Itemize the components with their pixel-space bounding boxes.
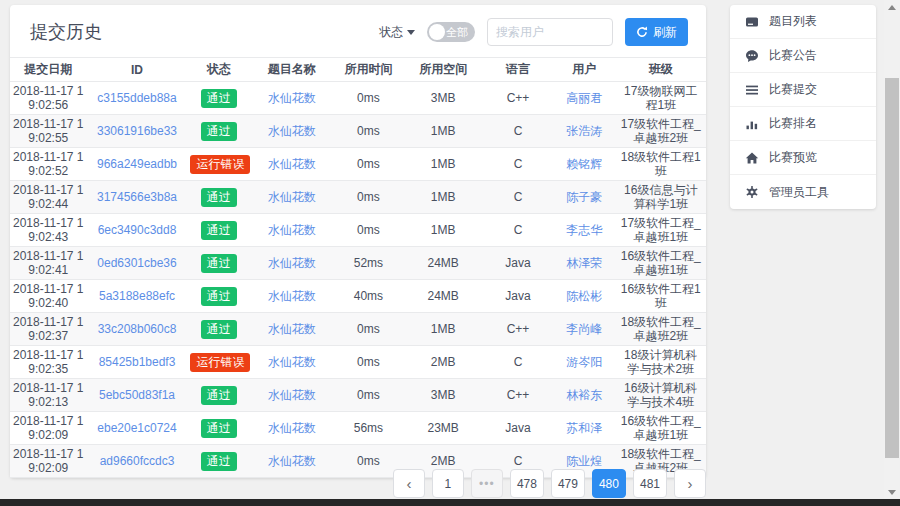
cell-submission-id[interactable]: c3155ddeb88a [87,82,188,115]
sidebar-item-ranking[interactable]: 比赛排名 [730,107,876,141]
cell-time: 0ms [334,346,404,379]
cell-problem-link[interactable]: 水仙花数 [250,115,334,148]
cell-problem-link[interactable]: 水仙花数 [250,280,334,313]
cell-problem-link[interactable]: 水仙花数 [250,247,334,280]
page-button-1[interactable]: 1 [432,469,464,498]
search-user-input[interactable] [487,18,613,46]
table-row: 2018-11-17 19:02:35 85425b1bedf3 运行错误 水仙… [10,346,706,379]
triangle-down-icon [888,490,896,495]
cell-date: 2018-11-17 19:02:44 [10,181,87,214]
cell-submission-id[interactable]: 966a249eadbb [87,148,188,181]
cell-user-link[interactable]: 游岑阳 [553,346,616,379]
cell-language: C++ [483,82,553,115]
cell-user-link[interactable]: 陈松彬 [553,280,616,313]
table-row: 2018-11-17 19:02:44 3174566e3b8a 通过 水仙花数… [10,181,706,214]
cell-date: 2018-11-17 19:02:37 [10,313,87,346]
cell-submission-id[interactable]: 6ec3490c3dd8 [87,214,188,247]
submission-table: 提交日期 ID 状态 题目名称 所用时间 所用空间 语言 用户 班级 2018-… [10,57,706,478]
cell-problem-link[interactable]: 水仙花数 [250,346,334,379]
col-header-lang: 语言 [483,58,553,82]
cell-time: 0ms [334,214,404,247]
table-header-row: 提交日期 ID 状态 题目名称 所用时间 所用空间 语言 用户 班级 [10,58,706,82]
sidebar-item-admin-tools[interactable]: 管理员工具 [730,175,876,209]
cell-problem-link[interactable]: 水仙花数 [250,214,334,247]
prev-page-button[interactable]: ‹ [393,469,425,498]
status-badge: 通过 [201,188,237,207]
table-row: 2018-11-17 19:02:13 5ebc50d83f1a 通过 水仙花数… [10,379,706,412]
cell-language: Java [483,247,553,280]
cell-user-link[interactable]: 高丽君 [553,82,616,115]
cell-language: C [483,115,553,148]
cell-language: C [483,214,553,247]
toggle-knob [429,24,445,40]
all-toggle[interactable]: 全部 [427,22,475,42]
table-row: 2018-11-17 19:02:55 33061916be33 通过 水仙花数… [10,115,706,148]
cell-user-link[interactable]: 林泽荣 [553,247,616,280]
page-button-481[interactable]: 481 [633,469,667,498]
next-page-button[interactable]: › [674,469,706,498]
cell-language: Java [483,280,553,313]
refresh-icon [636,26,648,38]
cell-class: 18级计算机科学与技术2班 [615,346,706,379]
cell-user-link[interactable]: 林裕东 [553,379,616,412]
page-button-478[interactable]: 478 [510,469,544,498]
vertical-scrollbar [884,0,900,499]
cell-memory: 24MB [403,280,483,313]
cell-problem-link[interactable]: 水仙花数 [250,412,334,445]
status-badge: 通过 [201,254,237,273]
cell-user-link[interactable]: 陈子豪 [553,181,616,214]
page-button-479[interactable]: 479 [551,469,585,498]
cell-submission-id[interactable]: 3174566e3b8a [87,181,188,214]
cell-problem-link[interactable]: 水仙花数 [250,379,334,412]
cell-submission-id[interactable]: 5a3188e88efc [87,280,188,313]
page-title: 提交历史 [30,20,102,44]
status-filter-label: 状态 [379,24,403,41]
cell-memory: 1MB [403,181,483,214]
cell-class: 17级软件工程_卓越班1班 [615,214,706,247]
submission-table-body: 2018-11-17 19:02:56 c3155ddeb88a 通过 水仙花数… [10,82,706,478]
scrollbar-down-arrow[interactable] [884,485,900,499]
status-filter-dropdown[interactable]: 状态 [379,24,415,41]
refresh-button[interactable]: 刷新 [625,18,688,46]
sidebar-item-preview[interactable]: 比赛预览 [730,141,876,175]
cell-user-link[interactable]: 张浩涛 [553,115,616,148]
cell-submission-id[interactable]: 5ebc50d83f1a [87,379,188,412]
cell-submission-id[interactable]: 33061916be33 [87,115,188,148]
cell-memory: 23MB [403,412,483,445]
cell-user-link[interactable]: 李志华 [553,214,616,247]
cell-submission-id[interactable]: 33c208b060c8 [87,313,188,346]
triangle-up-icon [888,5,896,10]
cell-class: 16级软件工程1班 [615,280,706,313]
cell-memory: 3MB [403,82,483,115]
cell-date: 2018-11-17 19:02:09 [10,412,87,445]
page-ellipsis-button[interactable]: ••• [471,469,503,498]
preview-home-icon [745,151,759,165]
cell-status: 通过 [187,313,250,346]
cell-user-link[interactable]: 苏和泽 [553,412,616,445]
cell-problem-link[interactable]: 水仙花数 [250,82,334,115]
cell-user-link[interactable]: 李尚峰 [553,313,616,346]
cell-time: 0ms [334,313,404,346]
sidebar-item-problem-list[interactable]: 题目列表 [730,5,876,39]
cell-submission-id[interactable]: 0ed6301cbe36 [87,247,188,280]
cell-submission-id[interactable]: ebe20e1c0724 [87,412,188,445]
cell-submission-id[interactable]: 85425b1bedf3 [87,346,188,379]
sidebar-item-announcement[interactable]: 比赛公告 [730,39,876,73]
sidebar-item-label: 比赛预览 [769,149,817,166]
sidebar-item-submissions[interactable]: 比赛提交 [730,73,876,107]
cell-problem-link[interactable]: 水仙花数 [250,313,334,346]
status-badge: 通过 [201,122,237,141]
cell-time: 0ms [334,82,404,115]
cell-memory: 24MB [403,247,483,280]
cell-date: 2018-11-17 19:02:43 [10,214,87,247]
page-button-active-480[interactable]: 480 [592,469,626,498]
scrollbar-up-arrow[interactable] [884,0,900,14]
cell-problem-link[interactable]: 水仙花数 [250,181,334,214]
submissions-icon [745,83,759,97]
cell-user-link[interactable]: 赖铭辉 [553,148,616,181]
scrollbar-thumb[interactable] [885,78,899,458]
cell-class: 18级软件工程1班 [615,148,706,181]
cell-language: C [483,181,553,214]
cell-status: 通过 [187,379,250,412]
cell-problem-link[interactable]: 水仙花数 [250,148,334,181]
